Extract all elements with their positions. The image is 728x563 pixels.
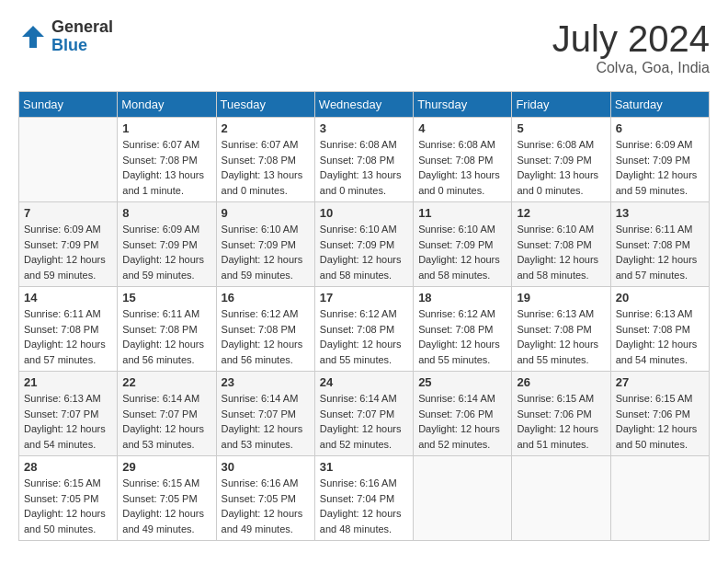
day-info: Sunrise: 6:09 AMSunset: 7:09 PMDaylight:… (616, 137, 704, 198)
day-number: 13 (616, 206, 704, 220)
day-info: Sunrise: 6:08 AMSunset: 7:09 PMDaylight:… (517, 137, 605, 198)
weekday-header: Saturday (610, 92, 709, 118)
calendar-day-cell (512, 456, 610, 541)
calendar-day-cell: 8Sunrise: 6:09 AMSunset: 7:09 PMDaylight… (118, 202, 216, 287)
calendar-week-row: 7Sunrise: 6:09 AMSunset: 7:09 PMDaylight… (19, 202, 710, 287)
calendar-day-cell: 19Sunrise: 6:13 AMSunset: 7:08 PMDayligh… (512, 287, 610, 372)
weekday-header: Thursday (414, 92, 512, 118)
svg-marker-0 (22, 26, 44, 48)
calendar-day-cell: 27Sunrise: 6:15 AMSunset: 7:06 PMDayligh… (610, 372, 709, 456)
day-info: Sunrise: 6:07 AMSunset: 7:08 PMDaylight:… (222, 137, 310, 198)
month-title: July 2024 (552, 18, 710, 60)
calendar-day-cell: 17Sunrise: 6:12 AMSunset: 7:08 PMDayligh… (314, 287, 413, 372)
day-number: 19 (517, 291, 605, 304)
day-info: Sunrise: 6:08 AMSunset: 7:08 PMDaylight:… (320, 137, 408, 198)
calendar-day-cell: 31Sunrise: 6:16 AMSunset: 7:04 PMDayligh… (314, 456, 413, 541)
weekday-header: Tuesday (216, 92, 314, 118)
calendar-week-row: 21Sunrise: 6:13 AMSunset: 7:07 PMDayligh… (19, 372, 710, 456)
day-info: Sunrise: 6:14 AMSunset: 7:07 PMDaylight:… (320, 391, 408, 452)
calendar-day-cell (19, 118, 118, 202)
calendar-day-cell: 2Sunrise: 6:07 AMSunset: 7:08 PMDaylight… (216, 118, 314, 202)
day-number: 5 (517, 121, 605, 135)
day-number: 16 (222, 291, 310, 304)
calendar-day-cell: 18Sunrise: 6:12 AMSunset: 7:08 PMDayligh… (414, 287, 512, 372)
logo: General Blue (18, 18, 113, 55)
day-number: 12 (517, 206, 605, 220)
day-number: 23 (222, 375, 310, 389)
logo-blue: Blue (51, 37, 113, 55)
day-number: 28 (24, 460, 112, 474)
day-info: Sunrise: 6:10 AMSunset: 7:08 PMDaylight:… (517, 222, 605, 282)
calendar-day-cell: 28Sunrise: 6:15 AMSunset: 7:05 PMDayligh… (19, 456, 118, 541)
weekday-header: Monday (118, 92, 216, 118)
logo-icon (18, 22, 48, 52)
day-info: Sunrise: 6:16 AMSunset: 7:05 PMDaylight:… (222, 476, 310, 536)
calendar-day-cell: 7Sunrise: 6:09 AMSunset: 7:09 PMDaylight… (19, 202, 118, 287)
day-number: 25 (418, 375, 506, 389)
calendar-day-cell: 22Sunrise: 6:14 AMSunset: 7:07 PMDayligh… (118, 372, 216, 456)
day-info: Sunrise: 6:12 AMSunset: 7:08 PMDaylight:… (418, 306, 506, 367)
day-number: 15 (122, 291, 210, 304)
title-block: July 2024 Colva, Goa, India (552, 18, 710, 76)
calendar-day-cell: 1Sunrise: 6:07 AMSunset: 7:08 PMDaylight… (118, 118, 216, 202)
calendar-day-cell: 13Sunrise: 6:11 AMSunset: 7:08 PMDayligh… (610, 202, 709, 287)
day-number: 26 (517, 375, 605, 389)
calendar-day-cell: 12Sunrise: 6:10 AMSunset: 7:08 PMDayligh… (512, 202, 610, 287)
day-number: 18 (418, 291, 506, 304)
calendar-header-row: SundayMondayTuesdayWednesdayThursdayFrid… (19, 92, 710, 118)
day-info: Sunrise: 6:12 AMSunset: 7:08 PMDaylight:… (222, 306, 310, 367)
day-number: 10 (320, 206, 408, 220)
day-info: Sunrise: 6:13 AMSunset: 7:08 PMDaylight:… (616, 306, 704, 367)
day-number: 6 (616, 121, 704, 135)
calendar-week-row: 28Sunrise: 6:15 AMSunset: 7:05 PMDayligh… (19, 456, 710, 541)
day-info: Sunrise: 6:14 AMSunset: 7:07 PMDaylight:… (122, 391, 210, 452)
day-info: Sunrise: 6:10 AMSunset: 7:09 PMDaylight:… (418, 222, 506, 282)
calendar-day-cell: 20Sunrise: 6:13 AMSunset: 7:08 PMDayligh… (610, 287, 709, 372)
calendar-day-cell: 5Sunrise: 6:08 AMSunset: 7:09 PMDaylight… (512, 118, 610, 202)
calendar-day-cell: 16Sunrise: 6:12 AMSunset: 7:08 PMDayligh… (216, 287, 314, 372)
day-info: Sunrise: 6:09 AMSunset: 7:09 PMDaylight:… (122, 222, 210, 282)
day-number: 30 (222, 460, 310, 474)
day-number: 21 (24, 375, 112, 389)
day-info: Sunrise: 6:11 AMSunset: 7:08 PMDaylight:… (122, 306, 210, 367)
day-info: Sunrise: 6:12 AMSunset: 7:08 PMDaylight:… (320, 306, 408, 367)
day-info: Sunrise: 6:13 AMSunset: 7:08 PMDaylight:… (517, 306, 605, 367)
day-info: Sunrise: 6:14 AMSunset: 7:06 PMDaylight:… (418, 391, 506, 452)
day-info: Sunrise: 6:15 AMSunset: 7:05 PMDaylight:… (122, 476, 210, 536)
day-info: Sunrise: 6:13 AMSunset: 7:07 PMDaylight:… (24, 391, 112, 452)
day-number: 9 (222, 206, 310, 220)
day-number: 22 (122, 375, 210, 389)
calendar-day-cell: 14Sunrise: 6:11 AMSunset: 7:08 PMDayligh… (19, 287, 118, 372)
day-number: 14 (24, 291, 112, 304)
day-info: Sunrise: 6:15 AMSunset: 7:05 PMDaylight:… (24, 476, 112, 536)
calendar-day-cell (414, 456, 512, 541)
calendar-table: SundayMondayTuesdayWednesdayThursdayFrid… (18, 91, 710, 541)
calendar-day-cell: 24Sunrise: 6:14 AMSunset: 7:07 PMDayligh… (314, 372, 413, 456)
day-info: Sunrise: 6:07 AMSunset: 7:08 PMDaylight:… (122, 137, 210, 198)
calendar-week-row: 14Sunrise: 6:11 AMSunset: 7:08 PMDayligh… (19, 287, 710, 372)
day-info: Sunrise: 6:11 AMSunset: 7:08 PMDaylight:… (616, 222, 704, 282)
calendar-day-cell: 15Sunrise: 6:11 AMSunset: 7:08 PMDayligh… (118, 287, 216, 372)
day-number: 27 (616, 375, 704, 389)
day-number: 11 (418, 206, 506, 220)
logo-text: General Blue (51, 18, 113, 55)
page-header: General Blue July 2024 Colva, Goa, India (18, 18, 710, 76)
day-number: 17 (320, 291, 408, 304)
calendar-week-row: 1Sunrise: 6:07 AMSunset: 7:08 PMDaylight… (19, 118, 710, 202)
weekday-header: Friday (512, 92, 610, 118)
day-info: Sunrise: 6:10 AMSunset: 7:09 PMDaylight:… (320, 222, 408, 282)
calendar-day-cell: 6Sunrise: 6:09 AMSunset: 7:09 PMDaylight… (610, 118, 709, 202)
day-number: 29 (122, 460, 210, 474)
calendar-day-cell: 9Sunrise: 6:10 AMSunset: 7:09 PMDaylight… (216, 202, 314, 287)
day-number: 3 (320, 121, 408, 135)
calendar-day-cell: 3Sunrise: 6:08 AMSunset: 7:08 PMDaylight… (314, 118, 413, 202)
day-info: Sunrise: 6:10 AMSunset: 7:09 PMDaylight:… (222, 222, 310, 282)
day-info: Sunrise: 6:08 AMSunset: 7:08 PMDaylight:… (418, 137, 506, 198)
calendar-day-cell: 11Sunrise: 6:10 AMSunset: 7:09 PMDayligh… (414, 202, 512, 287)
weekday-header: Wednesday (314, 92, 413, 118)
day-info: Sunrise: 6:15 AMSunset: 7:06 PMDaylight:… (517, 391, 605, 452)
weekday-header: Sunday (19, 92, 118, 118)
calendar-day-cell: 29Sunrise: 6:15 AMSunset: 7:05 PMDayligh… (118, 456, 216, 541)
day-info: Sunrise: 6:11 AMSunset: 7:08 PMDaylight:… (24, 306, 112, 367)
day-number: 31 (320, 460, 408, 474)
